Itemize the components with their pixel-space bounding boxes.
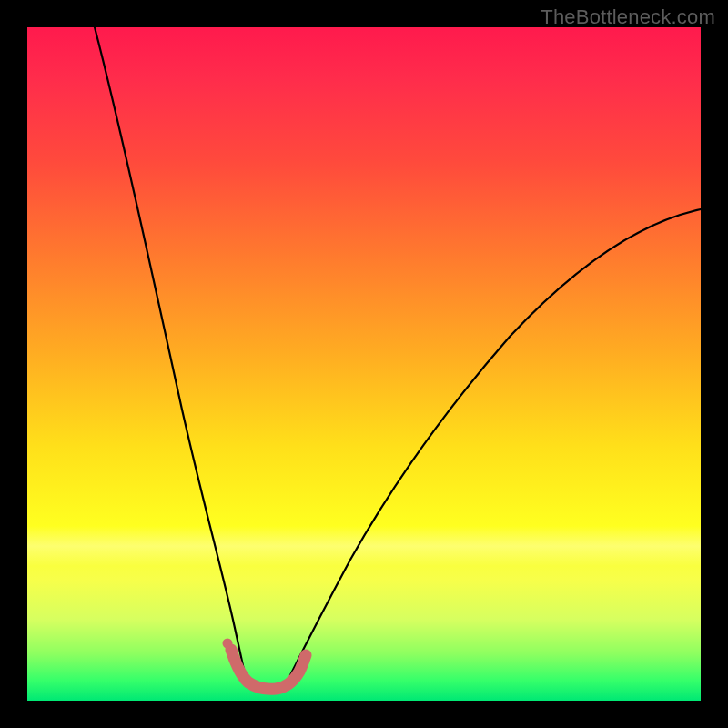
chart-curves <box>27 27 701 701</box>
watermark-text: TheBottleneck.com <box>541 5 715 29</box>
curve-right-branch <box>290 209 701 675</box>
chart-frame: TheBottleneck.com <box>0 0 728 728</box>
curve-left-branch <box>95 27 245 675</box>
plot-area <box>27 27 701 701</box>
curve-trough <box>231 650 306 689</box>
left-dot-icon <box>223 639 233 649</box>
